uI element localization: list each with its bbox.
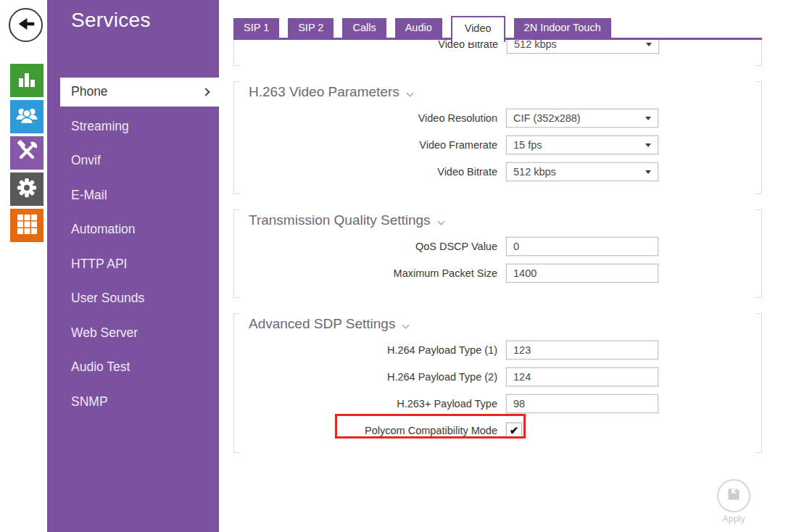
h263plus-payload-type-input[interactable] (506, 394, 658, 413)
polycom-compatibility-checkbox[interactable]: ✔ (506, 423, 522, 439)
video-bitrate-h263-select[interactable]: 512 kbps (506, 162, 658, 181)
sidebar-item-label: Web Server (71, 325, 138, 341)
corner-mark (755, 65, 761, 66)
chevron-right-icon (202, 88, 210, 96)
checkmark-icon: ✔ (510, 424, 519, 437)
corner-mark (234, 209, 240, 210)
field-label: H.264 Payload Type (2) (234, 371, 497, 383)
field-label: H.263+ Payload Type (234, 398, 497, 410)
collapse-chevron-icon[interactable] (402, 321, 410, 328)
section-title: H.263 Video Parameters (249, 84, 761, 100)
services-nav-button[interactable] (10, 136, 44, 170)
field-label: Maximum Packet Size (234, 267, 497, 279)
apply-button-label: Apply (714, 514, 753, 524)
sidebar-item-label: E-Mail (71, 188, 107, 203)
qos-dscp-input[interactable] (506, 237, 658, 256)
dropdown-arrow-icon (646, 43, 652, 46)
directory-nav-button[interactable] (10, 100, 44, 133)
system-nav-button[interactable] (10, 209, 44, 242)
corner-mark (755, 452, 761, 453)
h264-payload-type-1-input[interactable] (506, 341, 658, 359)
clipped-row-wrap: Video Bitrate 512 kbps (235, 40, 761, 65)
back-button[interactable] (9, 8, 43, 42)
section-title-text: Advanced SDP Settings (249, 316, 395, 332)
users-group-icon (15, 104, 38, 129)
sidebar-item-user-sounds[interactable]: User Sounds (47, 281, 219, 316)
video-framerate-select[interactable]: 15 fps (506, 136, 658, 154)
corner-mark (755, 81, 761, 82)
field-label: Video Resolution (234, 112, 497, 124)
corner-mark (234, 313, 240, 314)
corner-mark (755, 194, 761, 194)
sidebar-item-email[interactable]: E-Mail (47, 178, 219, 213)
hardware-nav-button[interactable] (10, 173, 44, 206)
section-title-text: H.263 Video Parameters (249, 84, 399, 100)
section-title: Advanced SDP Settings (249, 316, 761, 332)
dropdown-arrow-icon (645, 170, 651, 174)
sidebar-item-streaming[interactable]: Streaming (47, 109, 219, 144)
corner-mark (234, 65, 240, 66)
h264-payload-type-2-input[interactable] (506, 367, 658, 386)
collapse-chevron-icon[interactable] (406, 89, 413, 96)
sidebar-item-label: Automation (71, 222, 136, 237)
form-row: Video Resolution CIF (352x288) (234, 109, 761, 128)
corner-mark (234, 452, 240, 453)
status-nav-button[interactable] (10, 64, 44, 97)
field-label: Video Framerate (234, 139, 497, 151)
content-area: Video Bitrate 512 kbps H.263 Video Param… (232, 0, 762, 532)
corner-mark (234, 81, 240, 82)
dropdown-arrow-icon (645, 144, 651, 147)
grid-icon (16, 213, 38, 238)
video-bitrate-select[interactable]: 512 kbps (507, 40, 659, 54)
dropdown-arrow-icon (645, 117, 651, 120)
form-row-polycom: Polycom Compatibility Mode ✔ (234, 421, 761, 440)
select-value: 512 kbps (513, 166, 556, 178)
form-row: H.264 Payload Type (2) (234, 367, 761, 386)
sidebar-item-phone[interactable]: Phone (60, 78, 219, 107)
section-advanced-sdp: Advanced SDP Settings H.264 Payload Type… (233, 313, 762, 453)
corner-mark (755, 297, 761, 298)
section-h264-partial: Video Bitrate 512 kbps (233, 40, 762, 66)
sidebar-item-label: Onvif (71, 153, 101, 168)
sidebar-nav: Phone Streaming Onvif E-Mail Automation … (47, 75, 219, 419)
select-value: CIF (352x288) (513, 112, 581, 124)
sidebar-item-automation[interactable]: Automation (47, 212, 219, 247)
form-row: H.264 Payload Type (1) (234, 341, 761, 359)
corner-mark (234, 194, 240, 194)
sidebar-item-label: HTTP API (71, 257, 127, 272)
sidebar-item-label: Phone (71, 84, 108, 99)
sidebar-item-label: Streaming (71, 119, 129, 134)
form-row: Video Bitrate 512 kbps (234, 162, 761, 181)
sidebar-item-onvif[interactable]: Onvif (47, 144, 219, 178)
field-label: Video Bitrate (234, 166, 497, 178)
hammer-wrench-icon (15, 140, 38, 166)
corner-mark (755, 209, 761, 210)
tab-video[interactable]: Video (451, 16, 505, 42)
apply-button-circle (717, 479, 750, 512)
corner-mark (755, 313, 761, 314)
collapse-chevron-icon[interactable] (437, 217, 444, 225)
services-sidebar: Services Phone Streaming Onvif E-Mail Au… (47, 0, 219, 532)
bar-chart-icon (16, 68, 38, 93)
sidebar-item-label: Audio Test (71, 359, 130, 375)
gear-icon (16, 177, 38, 201)
sidebar-item-snmp[interactable]: SNMP (47, 385, 219, 420)
corner-mark (234, 297, 240, 298)
section-transmission-quality: Transmission Quality Settings QoS DSCP V… (233, 209, 762, 298)
apply-button[interactable]: Apply (714, 479, 753, 524)
select-value: 512 kbps (514, 40, 557, 50)
max-packet-size-input[interactable] (506, 264, 658, 283)
sidebar-item-label: User Sounds (71, 291, 144, 306)
form-row: H.263+ Payload Type (234, 394, 761, 413)
save-floppy-icon (726, 486, 742, 505)
section-h263-video-parameters: H.263 Video Parameters Video Resolution … (233, 81, 762, 194)
field-label: QoS DSCP Value (234, 241, 497, 252)
sidebar-item-audio-test[interactable]: Audio Test (47, 350, 219, 385)
icon-rail (0, 0, 47, 532)
sidebar-item-http-api[interactable]: HTTP API (47, 247, 219, 282)
field-label: H.264 Payload Type (1) (234, 344, 497, 356)
sidebar-item-web-server[interactable]: Web Server (47, 316, 219, 351)
form-row: QoS DSCP Value (234, 237, 761, 256)
video-resolution-select[interactable]: CIF (352x288) (506, 109, 658, 128)
sidebar-item-label: SNMP (71, 394, 108, 410)
